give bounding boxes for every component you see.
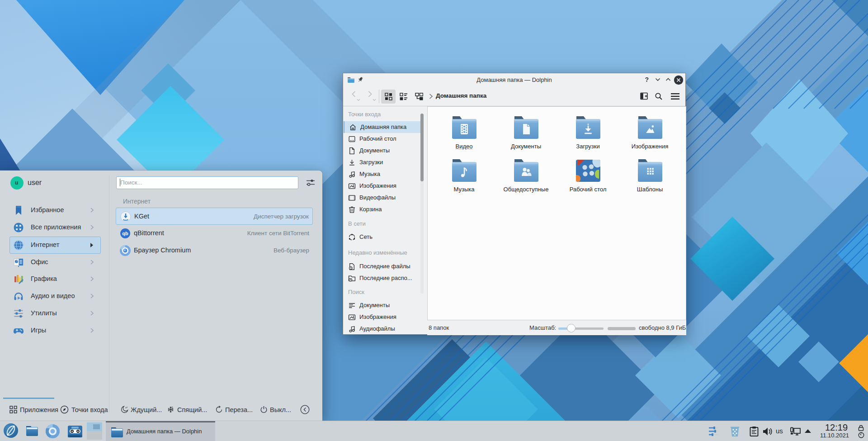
svg-text:z: z: [172, 406, 173, 408]
svg-text:z²: z²: [125, 406, 127, 409]
svg-text:qb: qb: [122, 231, 128, 236]
